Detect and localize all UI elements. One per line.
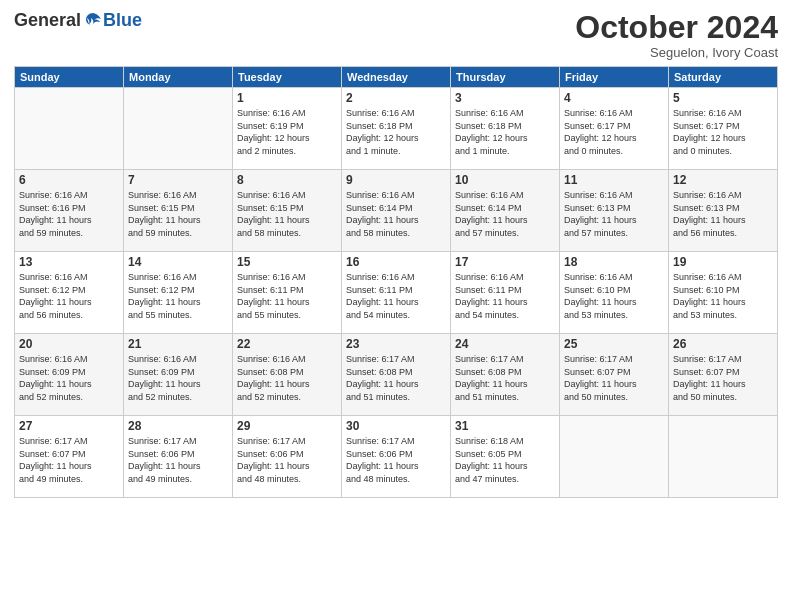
day-info: Sunrise: 6:17 AM Sunset: 6:08 PM Dayligh… [346,353,446,403]
day-number: 13 [19,255,119,269]
day-info: Sunrise: 6:16 AM Sunset: 6:10 PM Dayligh… [673,271,773,321]
week-row-5: 27Sunrise: 6:17 AM Sunset: 6:07 PM Dayli… [15,416,778,498]
day-info: Sunrise: 6:16 AM Sunset: 6:11 PM Dayligh… [346,271,446,321]
col-saturday: Saturday [669,67,778,88]
day-info: Sunrise: 6:16 AM Sunset: 6:19 PM Dayligh… [237,107,337,157]
day-number: 23 [346,337,446,351]
day-number: 15 [237,255,337,269]
calendar-cell: 16Sunrise: 6:16 AM Sunset: 6:11 PM Dayli… [342,252,451,334]
calendar-cell: 9Sunrise: 6:16 AM Sunset: 6:14 PM Daylig… [342,170,451,252]
calendar-cell: 6Sunrise: 6:16 AM Sunset: 6:16 PM Daylig… [15,170,124,252]
day-info: Sunrise: 6:17 AM Sunset: 6:06 PM Dayligh… [128,435,228,485]
calendar-cell: 7Sunrise: 6:16 AM Sunset: 6:15 PM Daylig… [124,170,233,252]
col-tuesday: Tuesday [233,67,342,88]
day-number: 14 [128,255,228,269]
calendar-cell: 30Sunrise: 6:17 AM Sunset: 6:06 PM Dayli… [342,416,451,498]
calendar-cell: 19Sunrise: 6:16 AM Sunset: 6:10 PM Dayli… [669,252,778,334]
day-number: 2 [346,91,446,105]
calendar-cell: 4Sunrise: 6:16 AM Sunset: 6:17 PM Daylig… [560,88,669,170]
day-info: Sunrise: 6:17 AM Sunset: 6:07 PM Dayligh… [673,353,773,403]
logo: General Blue [14,10,142,31]
day-number: 10 [455,173,555,187]
day-number: 21 [128,337,228,351]
header: General Blue October 2024 Seguelon, Ivor… [14,10,778,60]
day-info: Sunrise: 6:16 AM Sunset: 6:16 PM Dayligh… [19,189,119,239]
calendar-cell: 11Sunrise: 6:16 AM Sunset: 6:13 PM Dayli… [560,170,669,252]
day-number: 22 [237,337,337,351]
day-info: Sunrise: 6:16 AM Sunset: 6:10 PM Dayligh… [564,271,664,321]
page: General Blue October 2024 Seguelon, Ivor… [0,0,792,612]
calendar-cell: 13Sunrise: 6:16 AM Sunset: 6:12 PM Dayli… [15,252,124,334]
calendar-cell: 12Sunrise: 6:16 AM Sunset: 6:13 PM Dayli… [669,170,778,252]
day-number: 17 [455,255,555,269]
calendar-cell: 24Sunrise: 6:17 AM Sunset: 6:08 PM Dayli… [451,334,560,416]
day-number: 3 [455,91,555,105]
calendar-cell [124,88,233,170]
day-info: Sunrise: 6:18 AM Sunset: 6:05 PM Dayligh… [455,435,555,485]
calendar-cell: 17Sunrise: 6:16 AM Sunset: 6:11 PM Dayli… [451,252,560,334]
day-info: Sunrise: 6:16 AM Sunset: 6:11 PM Dayligh… [455,271,555,321]
logo-blue: Blue [103,10,142,31]
col-monday: Monday [124,67,233,88]
day-info: Sunrise: 6:16 AM Sunset: 6:15 PM Dayligh… [128,189,228,239]
calendar-cell: 5Sunrise: 6:16 AM Sunset: 6:17 PM Daylig… [669,88,778,170]
week-row-1: 1Sunrise: 6:16 AM Sunset: 6:19 PM Daylig… [15,88,778,170]
day-number: 28 [128,419,228,433]
day-number: 18 [564,255,664,269]
calendar-cell: 23Sunrise: 6:17 AM Sunset: 6:08 PM Dayli… [342,334,451,416]
calendar-cell: 20Sunrise: 6:16 AM Sunset: 6:09 PM Dayli… [15,334,124,416]
col-wednesday: Wednesday [342,67,451,88]
day-info: Sunrise: 6:17 AM Sunset: 6:06 PM Dayligh… [346,435,446,485]
day-info: Sunrise: 6:16 AM Sunset: 6:08 PM Dayligh… [237,353,337,403]
calendar-cell: 28Sunrise: 6:17 AM Sunset: 6:06 PM Dayli… [124,416,233,498]
day-info: Sunrise: 6:16 AM Sunset: 6:12 PM Dayligh… [128,271,228,321]
day-info: Sunrise: 6:17 AM Sunset: 6:06 PM Dayligh… [237,435,337,485]
calendar-cell: 31Sunrise: 6:18 AM Sunset: 6:05 PM Dayli… [451,416,560,498]
logo-bird-icon [83,11,103,31]
day-info: Sunrise: 6:17 AM Sunset: 6:08 PM Dayligh… [455,353,555,403]
calendar-cell: 2Sunrise: 6:16 AM Sunset: 6:18 PM Daylig… [342,88,451,170]
day-number: 12 [673,173,773,187]
day-info: Sunrise: 6:16 AM Sunset: 6:18 PM Dayligh… [455,107,555,157]
day-number: 24 [455,337,555,351]
calendar-cell: 8Sunrise: 6:16 AM Sunset: 6:15 PM Daylig… [233,170,342,252]
day-info: Sunrise: 6:16 AM Sunset: 6:13 PM Dayligh… [564,189,664,239]
calendar-cell: 1Sunrise: 6:16 AM Sunset: 6:19 PM Daylig… [233,88,342,170]
day-info: Sunrise: 6:17 AM Sunset: 6:07 PM Dayligh… [564,353,664,403]
day-number: 27 [19,419,119,433]
day-info: Sunrise: 6:16 AM Sunset: 6:12 PM Dayligh… [19,271,119,321]
col-thursday: Thursday [451,67,560,88]
calendar-cell: 18Sunrise: 6:16 AM Sunset: 6:10 PM Dayli… [560,252,669,334]
calendar-cell: 21Sunrise: 6:16 AM Sunset: 6:09 PM Dayli… [124,334,233,416]
day-number: 4 [564,91,664,105]
day-number: 11 [564,173,664,187]
title-section: October 2024 Seguelon, Ivory Coast [575,10,778,60]
day-number: 20 [19,337,119,351]
day-info: Sunrise: 6:16 AM Sunset: 6:09 PM Dayligh… [19,353,119,403]
day-number: 30 [346,419,446,433]
day-number: 31 [455,419,555,433]
calendar-cell [560,416,669,498]
day-number: 1 [237,91,337,105]
day-info: Sunrise: 6:16 AM Sunset: 6:14 PM Dayligh… [346,189,446,239]
col-sunday: Sunday [15,67,124,88]
subtitle: Seguelon, Ivory Coast [575,45,778,60]
day-info: Sunrise: 6:17 AM Sunset: 6:07 PM Dayligh… [19,435,119,485]
calendar-cell: 27Sunrise: 6:17 AM Sunset: 6:07 PM Dayli… [15,416,124,498]
month-title: October 2024 [575,10,778,45]
day-info: Sunrise: 6:16 AM Sunset: 6:18 PM Dayligh… [346,107,446,157]
calendar-cell: 3Sunrise: 6:16 AM Sunset: 6:18 PM Daylig… [451,88,560,170]
header-row: Sunday Monday Tuesday Wednesday Thursday… [15,67,778,88]
logo-general: General [14,10,81,31]
week-row-2: 6Sunrise: 6:16 AM Sunset: 6:16 PM Daylig… [15,170,778,252]
calendar: Sunday Monday Tuesday Wednesday Thursday… [14,66,778,498]
day-number: 9 [346,173,446,187]
calendar-cell: 15Sunrise: 6:16 AM Sunset: 6:11 PM Dayli… [233,252,342,334]
day-info: Sunrise: 6:16 AM Sunset: 6:13 PM Dayligh… [673,189,773,239]
calendar-cell [669,416,778,498]
calendar-cell: 22Sunrise: 6:16 AM Sunset: 6:08 PM Dayli… [233,334,342,416]
day-number: 5 [673,91,773,105]
day-number: 25 [564,337,664,351]
col-friday: Friday [560,67,669,88]
week-row-3: 13Sunrise: 6:16 AM Sunset: 6:12 PM Dayli… [15,252,778,334]
